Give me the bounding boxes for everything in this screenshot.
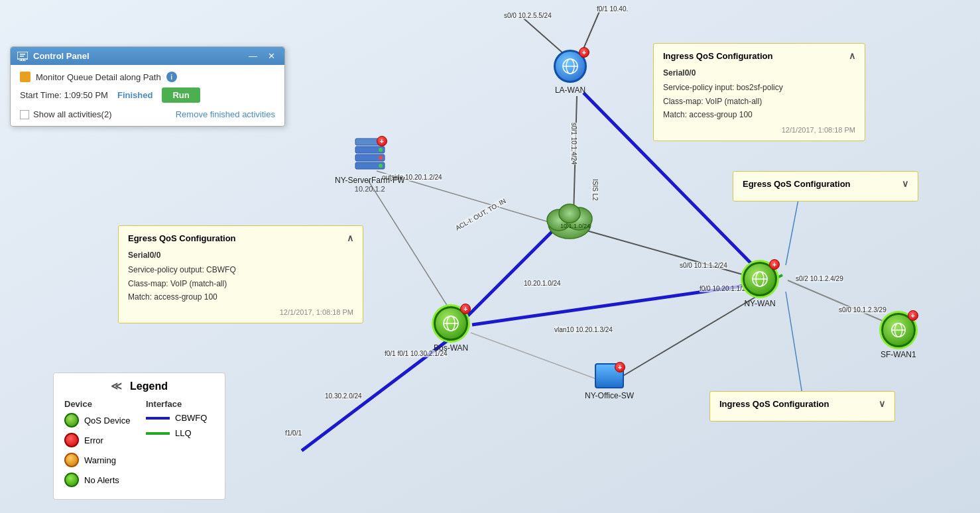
legend-item-warning: Warning <box>64 453 133 467</box>
svg-rect-42 <box>17 52 28 59</box>
svg-rect-44 <box>20 56 24 57</box>
svg-line-8 <box>471 333 597 379</box>
legend-cbwfq-label: CBWFQ <box>175 413 207 423</box>
cp-row1: Monitor Queue Detail along Path i <box>20 72 275 82</box>
cp-minimize-btn[interactable]: — <box>246 51 260 61</box>
if-label-vlan10: vlan10 10.20.1.3/24 <box>554 326 613 333</box>
ny-serverfarm-fw-label: NY-ServerFarm-FW <box>335 176 405 185</box>
legend-cols: Device QoS Device Error Warning No Alert… <box>64 399 214 492</box>
egress-qos-line3-2: Match: access-group 100 <box>128 290 353 304</box>
if-label-s0-1: s0/1 10.1.4/24 <box>570 123 578 164</box>
ingress-qos-title-1: Ingress QoS Configuration <box>663 51 772 61</box>
cp-show-all-label: Show all activities(2) <box>33 109 112 119</box>
cp-remove-link[interactable]: Remove finished activities <box>176 109 275 119</box>
bos-wan-icon-wrap: + <box>434 306 468 341</box>
egress-qos-header-2: Egress QoS Configuration ∧ <box>128 233 353 243</box>
legend-noalert-label: No Alerts <box>84 475 119 485</box>
ny-office-sw-label: NY-Office-SW <box>585 391 634 400</box>
sf-wan1-icon-wrap: + <box>881 313 916 347</box>
egress-qos-content-2: Serial0/0 Service-policy output: CBWFQ C… <box>128 249 353 304</box>
la-wan-badge: + <box>579 47 589 58</box>
ingress-qos-line3-1: Match: access-group 100 <box>663 108 855 121</box>
sf-wan1-badge: + <box>908 310 918 321</box>
legend-header: ≪ Legend <box>64 380 214 392</box>
legend-device-col: Device QoS Device Error Warning No Alert… <box>64 399 133 492</box>
ingress-qos-panel-2: Ingress QoS Configuration ∨ <box>709 391 895 422</box>
egress-qos-line2-2: Class-map: VoIP (match-all) <box>128 277 353 290</box>
legend-error-icon <box>64 433 79 447</box>
ny-office-sw-node: + NY-Office-SW <box>585 363 634 400</box>
ingress-qos-line1-1: Service-policy input: bos2sf-policy <box>663 81 855 94</box>
legend-cbwfq-line <box>146 417 170 420</box>
bos-wan-label: Bos-WAN <box>434 343 468 353</box>
legend-error-label: Error <box>84 435 103 445</box>
ingress-qos-header-1: Ingress QoS Configuration ∧ <box>663 50 855 61</box>
bos-wan-badge: + <box>460 304 471 314</box>
ny-serverfarm-fw-icon-wrap: + <box>353 136 387 173</box>
legend-device-header: Device <box>64 399 133 409</box>
svg-rect-43 <box>20 54 25 55</box>
svg-point-36 <box>379 164 383 168</box>
legend-noalert-icon <box>64 473 79 487</box>
ny-wan-badge: + <box>769 259 780 270</box>
if-label-s0-0: s0/0 10.2.5.5/24 <box>504 12 552 19</box>
ingress-qos-content-1: Serial0/0 Service-policy input: bos2sf-p… <box>663 66 855 122</box>
ny-serverfarm-fw-badge: + <box>377 136 387 146</box>
egress-qos-panel-1: Egress QoS Configuration ∨ <box>733 171 918 201</box>
svg-text:10.1.1.0/24: 10.1.1.0/24 <box>560 223 590 229</box>
ny-office-sw-badge: + <box>615 362 625 372</box>
cp-header-right: — ✕ <box>246 51 278 61</box>
legend-title: Legend <box>130 380 168 392</box>
cp-row2: Start Time: 1:09:50 PM Finished Run <box>20 87 275 103</box>
egress-qos-interface-2: Serial0/0 <box>128 249 353 262</box>
monitor-icon <box>20 72 31 82</box>
if-label-s0-0-3: s0/0 10.1.2.3/29 <box>839 306 887 314</box>
la-wan-node: + LA-WAN <box>554 50 587 95</box>
cp-close-btn[interactable]: ✕ <box>265 51 278 61</box>
info-icon[interactable]: i <box>166 72 177 82</box>
ingress-qos-collapse-1[interactable]: ∧ <box>849 50 855 61</box>
ny-wan-label: NY-WAN <box>744 299 775 308</box>
legend-warning-icon <box>64 453 79 467</box>
svg-line-15 <box>786 292 802 394</box>
svg-line-3 <box>587 231 761 280</box>
egress-qos-title-2: Egress QoS Configuration <box>128 233 236 243</box>
legend-qos-icon <box>64 413 79 428</box>
panel-icon <box>17 52 28 61</box>
legend-item-error: Error <box>64 433 133 447</box>
cp-run-button[interactable]: Run <box>162 87 200 103</box>
egress-qos-panel-2: Egress QoS Configuration ∧ Serial0/0 Ser… <box>118 225 363 323</box>
if-label-s0-2: s0/2 10.1.2.4/29 <box>796 275 843 282</box>
legend-interface-col: Interface CBWFQ LLQ <box>146 399 214 492</box>
legend-interface-header: Interface <box>146 399 214 409</box>
svg-line-9 <box>368 180 451 312</box>
egress-qos-collapse-2[interactable]: ∧ <box>347 233 353 243</box>
cp-finished-label: Finished <box>117 90 153 100</box>
ingress-qos-panel-1: Ingress QoS Configuration ∧ Serial0/0 Se… <box>653 43 865 141</box>
legend-collapse-btn[interactable]: ≪ <box>111 380 122 392</box>
bos-wan-node: + Bos-WAN <box>434 306 468 353</box>
ny-serverfarm-fw-sublabel: 10.20.1.2 <box>355 185 385 193</box>
if-label-isis: ISIS L2 <box>591 179 599 201</box>
if-label-acl: ACL-I: OUT, TO, IN <box>454 197 507 231</box>
ingress-qos-interface-1: Serial0/0 <box>663 66 855 80</box>
cp-show-all-wrap: Show all activities(2) <box>20 109 112 119</box>
legend-panel: ≪ Legend Device QoS Device Error Warning… <box>53 372 225 500</box>
ny-office-sw-icon-wrap: + <box>595 363 624 388</box>
legend-item-qos: QoS Device <box>64 413 133 428</box>
egress-qos-collapse-1[interactable]: ∨ <box>902 178 908 189</box>
legend-llq-line <box>146 432 170 435</box>
ingress-qos-collapse-2[interactable]: ∨ <box>879 398 885 409</box>
ingress-qos-title-2: Ingress QoS Configuration <box>719 399 829 409</box>
cloud-node: 10.1.1.0/24 <box>540 199 599 245</box>
ny-office-sw-icon: + <box>595 363 624 388</box>
legend-item-cbwfq: CBWFQ <box>146 413 214 423</box>
control-panel: Control Panel — ✕ Monitor Queue Detail a… <box>10 46 285 127</box>
sf-wan1-node: + SF-WAN1 <box>881 313 916 359</box>
ingress-qos-timestamp-1: 12/1/2017, 1:08:18 PM <box>663 126 855 134</box>
ny-wan-node: + NY-WAN <box>743 262 777 308</box>
legend-item-llq: LLQ <box>146 428 214 438</box>
cp-show-all-checkbox[interactable] <box>20 110 29 119</box>
ny-serverfarm-fw-node: + NY-ServerFarm-FW 10.20.1.2 <box>335 136 405 193</box>
legend-qos-label: QoS Device <box>84 416 130 426</box>
